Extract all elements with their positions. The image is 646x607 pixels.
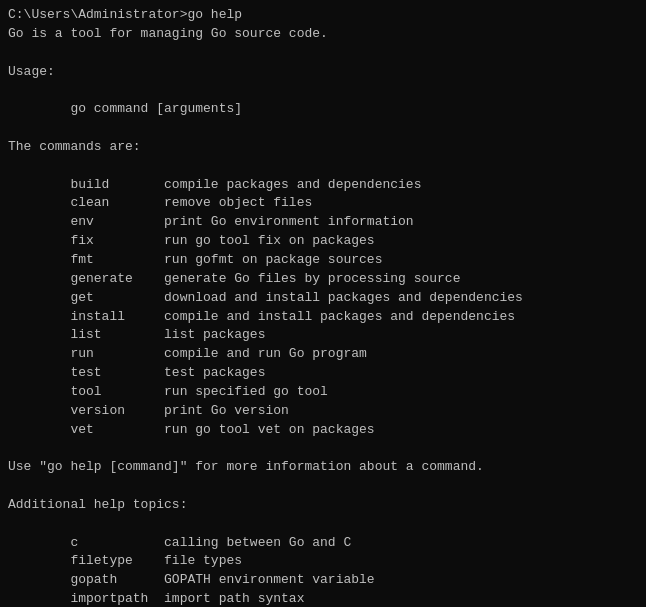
terminal-line-blank6 — [8, 477, 638, 496]
terminal-line-blank7 — [8, 515, 638, 534]
terminal-line-test: test test packages — [8, 364, 638, 383]
terminal-line-fix: fix run go tool fix on packages — [8, 232, 638, 251]
terminal-line-usage-cmd: go command [arguments] — [8, 100, 638, 119]
terminal-line-help-cmd: Use "go help [command]" for more informa… — [8, 458, 638, 477]
terminal-line-blank3 — [8, 119, 638, 138]
terminal-line-blank2 — [8, 81, 638, 100]
terminal-line-env: env print Go environment information — [8, 213, 638, 232]
terminal-line-generate: generate generate Go files by processing… — [8, 270, 638, 289]
terminal-line-get: get download and install packages and de… — [8, 289, 638, 308]
terminal-line-run: run compile and run Go program — [8, 345, 638, 364]
terminal-line-c: c calling between Go and C — [8, 534, 638, 553]
terminal-line-tool: tool run specified go tool — [8, 383, 638, 402]
terminal-line-version: version print Go version — [8, 402, 638, 421]
terminal-line-vet: vet run go tool vet on packages — [8, 421, 638, 440]
terminal-line-blank4 — [8, 157, 638, 176]
terminal-line-fmt: fmt run gofmt on package sources — [8, 251, 638, 270]
terminal-line-install: install compile and install packages and… — [8, 308, 638, 327]
terminal-line-blank5 — [8, 439, 638, 458]
terminal-line-blank1 — [8, 44, 638, 63]
terminal-window: C:\Users\Administrator>go helpGo is a to… — [8, 6, 638, 607]
terminal-line-importpath: importpath import path syntax — [8, 590, 638, 607]
terminal-line-clean: clean remove object files — [8, 194, 638, 213]
terminal-line-gopath: gopath GOPATH environment variable — [8, 571, 638, 590]
terminal-line-build: build compile packages and dependencies — [8, 176, 638, 195]
terminal-line-commands-header: The commands are: — [8, 138, 638, 157]
terminal-line-list: list list packages — [8, 326, 638, 345]
terminal-line-prompt: C:\Users\Administrator>go help — [8, 6, 638, 25]
terminal-line-filetype: filetype file types — [8, 552, 638, 571]
terminal-line-usage-label: Usage: — [8, 63, 638, 82]
terminal-output: C:\Users\Administrator>go helpGo is a to… — [8, 6, 638, 607]
terminal-line-line1: Go is a tool for managing Go source code… — [8, 25, 638, 44]
terminal-line-additional-header: Additional help topics: — [8, 496, 638, 515]
